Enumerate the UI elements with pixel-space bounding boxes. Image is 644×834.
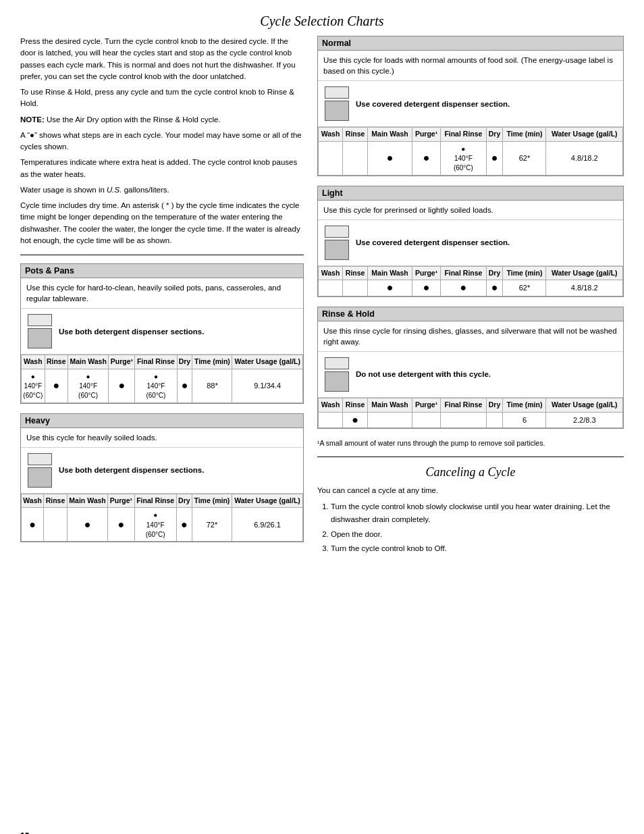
n-rinse [343, 141, 368, 175]
th-purge: Purge¹ [412, 128, 440, 142]
cycle-box-heavy: Heavy Use this cycle for heavily soiled … [20, 413, 304, 543]
intro-p3: A “●” shows what steps are in each cycle… [20, 130, 304, 153]
n-dry: ● [486, 141, 503, 175]
rinse-hold-header: Rinse & Hold [318, 307, 623, 321]
cycle-box-normal: Normal Use this cycle for loads with nor… [317, 36, 624, 176]
divider-1 [20, 255, 304, 255]
pp-wash: ●140°F(60°C) [22, 369, 45, 402]
l-rinse [343, 280, 368, 296]
dispenser-rect-bottom-h [28, 467, 52, 488]
heavy-desc: Use this cycle for heavily soiled loads. [21, 428, 303, 448]
th-final-rinse: Final Rinse [135, 355, 177, 369]
cycle-box-light: Light Use this cycle for prerinsed or li… [317, 186, 624, 297]
th-rinse: Rinse [343, 266, 368, 280]
footnote: ¹A small amount of water runs through th… [317, 438, 624, 448]
l-final-rinse: ● [441, 280, 486, 296]
th-wash: Wash [22, 355, 45, 369]
cancel-step-2: Open the door. [331, 528, 624, 542]
dispenser-rect-top-l [325, 226, 349, 238]
h-purge: ● [108, 508, 134, 542]
rinse-hold-dispenser: Do not use detergent with this cycle. [318, 352, 623, 398]
th-rinse: Rinse [343, 128, 368, 142]
pots-pans-dispenser-icon [28, 314, 52, 348]
pots-pans-dispenser-label: Use both detergent dispenser sections. [59, 328, 204, 336]
light-dispenser: Use covered detergent dispenser section. [318, 220, 623, 266]
page-number-display: 10 [20, 831, 29, 834]
h-final-rinse: ●140°F(60°C) [134, 508, 176, 542]
th-wash: Wash [319, 128, 343, 142]
intro-note: NOTE: Use the Air Dry option with the Ri… [20, 114, 304, 126]
th-purge: Purge¹ [108, 494, 134, 508]
dispenser-rect-bottom [28, 328, 52, 348]
th-time: Time (min) [503, 398, 546, 412]
rinse-hold-dispenser-label: Do not use detergent with this cycle. [356, 370, 491, 378]
th-final-rinse: Final Rinse [441, 128, 486, 142]
pp-dry: ● [177, 369, 192, 402]
dispenser-rect-bottom-n [325, 101, 349, 121]
dispenser-rect-bottom-rh [325, 371, 349, 392]
h-water: 6.9/26.1 [232, 508, 303, 542]
light-dispenser-label: Use covered detergent dispenser section. [356, 238, 510, 246]
n-purge: ● [412, 141, 440, 175]
light-row: ● ● ● ● 62* 4.8/18.2 [319, 280, 623, 296]
left-column: Press the desired cycle. Turn the cycle … [20, 36, 304, 557]
h-dry: ● [176, 508, 192, 542]
n-time: 62* [503, 141, 546, 175]
heavy-dispenser-icon [28, 453, 52, 488]
pp-main-wash: ●140°F(60°C) [68, 369, 109, 402]
l-wash [319, 280, 343, 296]
pp-purge: ● [109, 369, 135, 402]
pp-final-rinse: ●140°F(60°C) [135, 369, 177, 402]
l-main-wash: ● [368, 280, 412, 296]
n-main-wash: ● [368, 141, 412, 175]
rh-final-rinse [441, 412, 486, 427]
dispenser-rect-bottom-l [325, 240, 349, 260]
rinse-hold-row: ● 6 2.2/8.3 [319, 412, 623, 427]
l-dry: ● [486, 280, 503, 296]
th-main-wash: Main Wash [368, 128, 412, 142]
h-wash: ● [22, 508, 44, 542]
intro-p4: Temperatures indicate where extra heat i… [20, 157, 304, 180]
n-water: 4.8/18.2 [546, 141, 623, 175]
cancel-section: Canceling a Cycle You can cancel a cycle… [317, 465, 624, 556]
heavy-dispenser: Use both detergent dispenser sections. [21, 448, 303, 494]
th-dry: Dry [486, 128, 503, 142]
l-time: 62* [503, 280, 546, 296]
intro-p2: To use Rinse & Hold, press any cycle and… [20, 86, 304, 110]
heavy-row: ● ● ● ●140°F(60°C) ● 72* 6.9/26.1 [22, 508, 303, 542]
heavy-header: Heavy [21, 414, 303, 428]
h-main-wash: ● [67, 508, 108, 542]
th-time: Time (min) [503, 128, 546, 142]
n-wash [319, 141, 343, 175]
th-rinse: Rinse [343, 398, 368, 412]
rinse-hold-dispenser-icon [325, 357, 349, 392]
th-water: Water Usage (gal/L) [546, 398, 623, 412]
light-table: Wash Rinse Main Wash Purge¹ Final Rinse … [318, 266, 623, 296]
th-final-rinse: Final Rinse [441, 398, 486, 412]
th-dry: Dry [486, 266, 503, 280]
th-final-rinse: Final Rinse [441, 266, 486, 280]
rh-purge [412, 412, 440, 427]
cancel-intro: You can cancel a cycle at any time. [317, 485, 624, 496]
th-wash: Wash [22, 494, 44, 508]
pots-pans-row: ●140°F(60°C) ● ●140°F(60°C) ● ●140°F(60°… [22, 369, 303, 402]
rh-water: 2.2/8.3 [546, 412, 623, 427]
pp-water: 9.1/34.4 [232, 369, 303, 402]
pots-pans-header: Pots & Pans [21, 264, 303, 278]
th-purge: Purge¹ [412, 398, 440, 412]
cycle-box-pots-pans: Pots & Pans Use this cycle for hard-to-c… [20, 263, 304, 404]
th-wash: Wash [319, 266, 343, 280]
h-time: 72* [192, 508, 232, 542]
normal-dispenser: Use covered detergent dispenser section. [318, 81, 623, 127]
light-desc: Use this cycle for prerinsed or lightly … [318, 201, 623, 220]
pp-rinse: ● [45, 369, 68, 402]
dispenser-rect-top-rh [325, 357, 349, 369]
th-main-wash: Main Wash [68, 355, 109, 369]
th-rinse: Rinse [45, 355, 68, 369]
dispenser-rect-top-n [325, 86, 349, 99]
th-time: Time (min) [503, 266, 546, 280]
dispenser-rect-top-h [28, 453, 52, 465]
cancel-step-3: Turn the cycle control knob to Off. [331, 542, 624, 556]
th-main-wash: Main Wash [368, 266, 412, 280]
l-water: 4.8/18.2 [546, 280, 623, 296]
